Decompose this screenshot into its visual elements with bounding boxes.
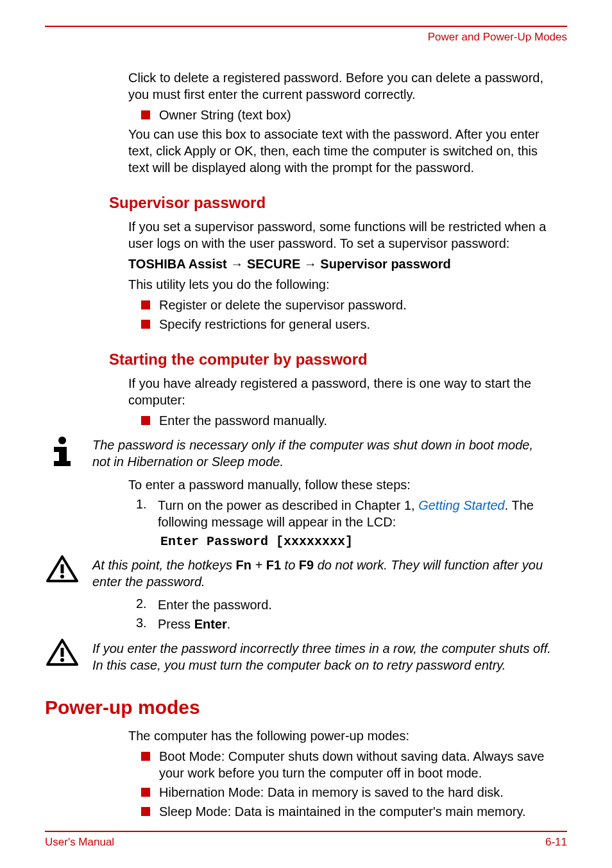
svg-rect-6 bbox=[61, 648, 64, 657]
intro-p2: You can use this box to associate text w… bbox=[128, 126, 561, 176]
starting-p1: If you have already registered a passwor… bbox=[128, 375, 561, 408]
powerup-bullet-3: Sleep Mode: Data is maintained in the co… bbox=[128, 803, 561, 820]
intro-bullet-1: Owner String (text box) bbox=[128, 107, 561, 123]
supervisor-b1-text: Register or delete the supervisor passwo… bbox=[159, 297, 561, 313]
arrow-icon: → bbox=[227, 257, 247, 271]
warning-note-3: If you enter the password incorrectly th… bbox=[45, 639, 561, 673]
footer-left: User's Manual bbox=[45, 836, 114, 849]
ol-item-1: 1. Turn on the power as described in Cha… bbox=[128, 497, 561, 530]
ol-text-3: Press Enter. bbox=[158, 616, 561, 632]
path-b: SECURE bbox=[247, 257, 300, 271]
path-c: Supervisor password bbox=[320, 257, 450, 271]
note2-f9: F9 bbox=[299, 558, 314, 572]
info-note-1: The password is necessary only if the co… bbox=[45, 435, 561, 470]
starting-bullet-1: Enter the password manually. bbox=[128, 412, 561, 429]
warning-note-2: At this point, the hotkeys Fn + F1 to F9… bbox=[45, 555, 561, 590]
svg-point-7 bbox=[60, 658, 64, 662]
svg-rect-3 bbox=[54, 461, 71, 466]
bullet-icon bbox=[141, 807, 150, 816]
ol3-pre: Press bbox=[158, 617, 194, 631]
bullet-icon bbox=[141, 300, 150, 309]
powerup-b3-text: Sleep Mode: Data is maintained in the co… bbox=[159, 803, 561, 820]
powerup-b1-text: Boot Mode: Computer shuts down without s… bbox=[159, 748, 561, 781]
svg-rect-4 bbox=[61, 564, 64, 573]
starting-b1-text: Enter the password manually. bbox=[159, 412, 561, 429]
info-note1-text: The password is necessary only if the co… bbox=[92, 435, 554, 470]
note2-plus: + bbox=[251, 558, 266, 572]
bullet-icon bbox=[141, 110, 150, 119]
intro-p1: Click to delete a registered password. B… bbox=[128, 69, 561, 103]
code-enter-password: Enter Password [xxxxxxxx] bbox=[160, 534, 561, 549]
powerup-bullet-2: Hibernation Mode: Data in memory is save… bbox=[128, 784, 561, 801]
bullet-icon bbox=[141, 788, 150, 797]
footer-right: 6-11 bbox=[545, 836, 567, 849]
header-title: Power and Power-Up Modes bbox=[45, 31, 567, 44]
supervisor-p2: This utility lets you do the following: bbox=[128, 276, 561, 293]
intro-b1-text: Owner String (text box) bbox=[159, 107, 561, 123]
ol-num-3: 3. bbox=[136, 616, 158, 630]
warning-icon bbox=[45, 639, 80, 667]
ol3-enter: Enter bbox=[194, 617, 227, 631]
supervisor-path: TOSHIBA Assist → SECURE → Supervisor pas… bbox=[128, 256, 561, 272]
ol-item-2: 2. Enter the password. bbox=[128, 596, 561, 613]
ol-num-1: 1. bbox=[136, 497, 158, 512]
ol-item-3: 3. Press Enter. bbox=[128, 616, 561, 632]
heading-starting: Starting the computer by password bbox=[109, 351, 561, 369]
powerup-p1: The computer has the following power-up … bbox=[128, 727, 561, 744]
powerup-bullet-1: Boot Mode: Computer shuts down without s… bbox=[128, 748, 561, 781]
supervisor-p1: If you set a supervisor password, some f… bbox=[128, 218, 561, 252]
supervisor-bullet-1: Register or delete the supervisor passwo… bbox=[128, 297, 561, 313]
path-a: TOSHIBA Assist bbox=[128, 257, 227, 271]
warning-note3-text: If you enter the password incorrectly th… bbox=[92, 639, 554, 673]
warning-icon bbox=[45, 555, 80, 584]
info-icon bbox=[45, 435, 80, 467]
starting-p2: To enter a password manually, follow the… bbox=[128, 476, 561, 493]
arrow-icon: → bbox=[300, 257, 320, 271]
heading-supervisor: Supervisor password bbox=[109, 194, 561, 212]
bullet-icon bbox=[141, 752, 150, 761]
note2-pre: At this point, the hotkeys bbox=[92, 558, 235, 572]
svg-rect-2 bbox=[59, 447, 67, 462]
footer: User's Manual 6-11 bbox=[45, 831, 567, 849]
supervisor-bullet-2: Specify restrictions for general users. bbox=[128, 316, 561, 333]
bullet-icon bbox=[141, 320, 150, 329]
ol-num-2: 2. bbox=[136, 596, 158, 611]
powerup-b2-text: Hibernation Mode: Data in memory is save… bbox=[159, 784, 561, 801]
ol1-pre: Turn on the power as described in Chapte… bbox=[158, 498, 418, 512]
svg-point-5 bbox=[60, 575, 64, 578]
note2-f1: F1 bbox=[266, 558, 281, 572]
heading-power-up: Power-up modes bbox=[45, 697, 561, 718]
ol3-post: . bbox=[227, 617, 231, 631]
ol-text-2: Enter the password. bbox=[158, 596, 561, 613]
warning-note2-text: At this point, the hotkeys Fn + F1 to F9… bbox=[92, 555, 554, 590]
supervisor-b2-text: Specify restrictions for general users. bbox=[159, 316, 561, 333]
ol-text-1: Turn on the power as described in Chapte… bbox=[158, 497, 561, 530]
note2-to: to bbox=[281, 558, 299, 572]
bullet-icon bbox=[141, 416, 150, 425]
svg-point-0 bbox=[58, 437, 66, 444]
note2-fn: Fn bbox=[235, 558, 251, 572]
getting-started-link[interactable]: Getting Started bbox=[418, 498, 505, 512]
